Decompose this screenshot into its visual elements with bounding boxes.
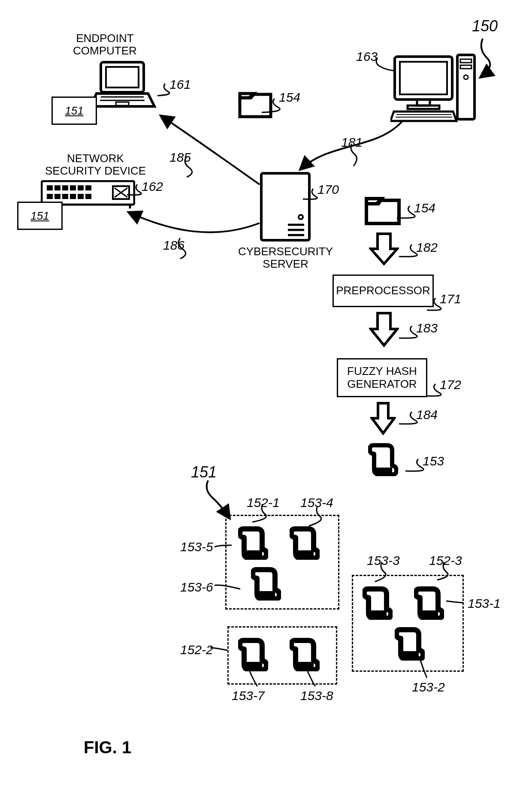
ref-163: 163 [356, 49, 378, 64]
server-icon [260, 172, 311, 244]
ref-151-cluster: 151 [191, 463, 217, 481]
label-endpoint-computer: ENDPOINT COMPUTER [73, 32, 137, 57]
ref-170: 170 [317, 182, 339, 197]
svg-rect-9 [70, 185, 76, 190]
svg-rect-11 [85, 185, 91, 190]
label-network-security-device: NETWORK SECURITY DEVICE [45, 152, 146, 177]
ref-153-4: 153-4 [300, 495, 333, 510]
figure-title: FIG. 1 [84, 738, 131, 757]
label-network-security-device-text: NETWORK SECURITY DEVICE [45, 152, 146, 177]
ref-182: 182 [416, 240, 438, 255]
svg-rect-4 [116, 102, 129, 106]
svg-rect-16 [78, 194, 84, 199]
svg-point-24 [464, 75, 468, 79]
svg-rect-25 [395, 57, 452, 100]
fuzzy-hash-generator-box: FUZZY HASH GENERATOR [337, 358, 427, 397]
svg-rect-26 [400, 62, 447, 94]
svg-point-32 [299, 215, 303, 219]
svg-rect-22 [460, 59, 472, 63]
folder-icon-right [365, 195, 401, 229]
label-cybersecurity-server-text: CYBERSECURITY SERVER [238, 245, 333, 270]
module-box-laptop: 151 [51, 97, 97, 125]
preprocessor-text: PREPROCESSOR [336, 284, 430, 297]
svg-rect-13 [54, 194, 60, 199]
ref-154-right: 154 [414, 201, 435, 215]
svg-rect-14 [62, 194, 68, 199]
script-icon-153-4 [290, 525, 320, 562]
ref-172: 172 [440, 377, 461, 392]
ref-162: 162 [142, 179, 163, 194]
ref-150: 150 [472, 17, 498, 35]
script-icon-153-2 [395, 626, 425, 662]
script-icon-153-8 [290, 637, 320, 673]
desktop-icon [390, 51, 476, 126]
svg-rect-8 [62, 185, 68, 190]
svg-rect-6 [47, 185, 53, 190]
svg-rect-17 [85, 194, 91, 199]
script-icon-153-1 [414, 586, 444, 622]
svg-rect-23 [460, 65, 472, 69]
ref-153-3: 153-3 [367, 553, 400, 568]
block-arrow-182 [369, 232, 399, 268]
module-box-laptop-text: 151 [65, 104, 83, 118]
svg-rect-12 [47, 194, 53, 199]
svg-rect-1 [106, 67, 139, 88]
module-box-router-text: 151 [30, 209, 49, 223]
script-icon-153-5 [238, 525, 268, 562]
folder-icon-top [238, 90, 272, 122]
fuzzy-hash-generator-text: FUZZY HASH GENERATOR [347, 365, 417, 391]
ref-153-8: 153-8 [300, 688, 333, 703]
label-cybersecurity-server: CYBERSECURITY SERVER [238, 245, 333, 270]
ref-181: 181 [341, 135, 363, 150]
svg-rect-28 [408, 106, 439, 109]
ref-153-6: 153-6 [180, 580, 213, 595]
ref-186: 186 [163, 238, 184, 253]
ref-153: 153 [423, 454, 444, 468]
laptop-icon [88, 60, 157, 113]
svg-rect-10 [78, 185, 84, 190]
svg-rect-15 [70, 194, 76, 199]
ref-161: 161 [169, 77, 191, 92]
block-arrow-183 [369, 311, 399, 349]
ref-171: 171 [440, 292, 461, 306]
ref-184: 184 [416, 408, 438, 422]
module-box-router: 151 [17, 202, 63, 230]
ref-153-1: 153-1 [468, 596, 501, 611]
ref-152-1: 152-1 [247, 495, 280, 510]
ref-183: 183 [416, 321, 438, 335]
ref-153-5: 153-5 [180, 540, 213, 554]
ref-152-2: 152-2 [180, 643, 213, 657]
block-arrow-184 [370, 401, 396, 437]
ref-153-7: 153-7 [232, 688, 265, 703]
ref-153-2: 153-2 [412, 680, 445, 694]
ref-154-top: 154 [279, 90, 300, 105]
svg-rect-7 [54, 185, 60, 190]
preprocessor-box: PREPROCESSOR [332, 275, 434, 307]
script-icon-153-3 [363, 586, 393, 622]
script-icon-153 [368, 442, 398, 478]
ref-185: 185 [169, 150, 191, 165]
script-icon-153-6 [251, 566, 281, 602]
ref-152-3: 152-3 [429, 553, 462, 568]
label-endpoint-computer-text: ENDPOINT COMPUTER [73, 32, 137, 57]
script-icon-153-7 [238, 637, 268, 673]
